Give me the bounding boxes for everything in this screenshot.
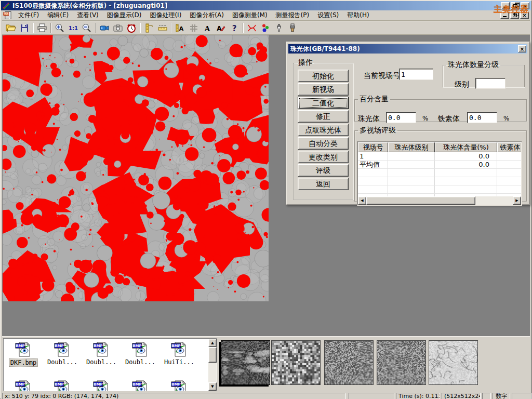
dialog-title-bar[interactable]: 珠光体(GB/T9441-88) ×	[288, 44, 527, 54]
auto-classify-button[interactable]: 自动分类	[298, 137, 349, 150]
menu-help[interactable]: 帮助(H)	[343, 10, 373, 21]
menu-file[interactable]: 文件(F)	[14, 10, 43, 21]
particle-tool-button[interactable]	[259, 22, 272, 34]
timer-button[interactable]	[125, 22, 138, 34]
menu-settings[interactable]: 设置(S)	[313, 10, 343, 21]
correct-button[interactable]: 修正	[298, 110, 349, 123]
file-item-partial[interactable]: BMP	[5, 379, 42, 391]
pearlite-value-input[interactable]	[386, 112, 416, 123]
scroll-down-button[interactable]: ▼	[208, 382, 217, 391]
actual-size-button[interactable]: 1:1	[66, 22, 80, 34]
title-bar[interactable]: IS100显微摄像系统(金相分析版) - [zhuguangti01] × 主奥…	[1, 1, 531, 10]
minimize-icon	[503, 16, 507, 17]
binarize-button[interactable]: 二值化	[298, 97, 349, 109]
thumbnail-4[interactable]	[377, 340, 426, 385]
brush-tool-button[interactable]	[286, 22, 299, 34]
scroll-up-button[interactable]: ▲	[208, 339, 217, 347]
menu-image-analysis[interactable]: 图像分析(A)	[185, 10, 228, 21]
table-horizontal-scrollbar[interactable]: ◀ ▶	[358, 196, 521, 205]
mdi-close-button[interactable]: ×	[520, 11, 529, 19]
mdi-restore-button[interactable]	[510, 11, 519, 19]
current-field-input[interactable]	[399, 69, 433, 80]
application-window: IS100显微摄像系统(金相分析版) - [zhuguangti01] × 主奥…	[0, 0, 532, 399]
zoom-out-button[interactable]	[80, 22, 94, 34]
scroll-left-button[interactable]: ◀	[358, 196, 366, 205]
multifield-group-title: 多视场评级	[358, 126, 397, 135]
video-capture-button[interactable]	[98, 22, 111, 34]
table-row-empty	[358, 169, 521, 177]
file-item-doubl-2[interactable]: BMP Doubl...	[83, 341, 120, 366]
ferrite-value-input[interactable]	[467, 112, 497, 123]
app-logo-icon	[2, 2, 10, 10]
help-button[interactable]: ?	[228, 22, 241, 34]
scrollbar-thumb[interactable]	[366, 196, 475, 205]
pick-pearlite-button[interactable]: 点取珠光体	[298, 124, 349, 136]
bmp-thumbnail-icon: BMP	[131, 341, 149, 357]
return-button[interactable]: 返回	[298, 178, 349, 190]
rate-button[interactable]: 评级	[298, 164, 349, 177]
zoom-in-button[interactable]	[53, 22, 66, 34]
svg-text:DOC: DOC	[3, 13, 9, 16]
bmp-file-icon: BMP	[15, 341, 32, 357]
file-item-partial[interactable]: BMP	[83, 379, 120, 391]
annotate-button[interactable]: A	[214, 22, 228, 34]
thumbnail-5[interactable]	[429, 340, 478, 385]
pen-tool-button[interactable]	[272, 22, 286, 34]
minimize-button[interactable]	[501, 2, 510, 9]
menu-image-processing[interactable]: 图像处理(I)	[145, 10, 185, 21]
file-item-partial[interactable]: BMP	[44, 379, 81, 391]
thumbnail-2[interactable]	[271, 340, 321, 385]
bmp-file-icon: BMP	[92, 379, 110, 391]
bmp-file-icon: BMP	[92, 341, 110, 357]
file-item-partial[interactable]: BMP	[122, 379, 159, 391]
menu-measure-report[interactable]: 测量报告(P)	[272, 10, 314, 21]
file-item-huiti[interactable]: BMP HuiTi...	[161, 341, 198, 366]
restore-button[interactable]	[511, 2, 520, 9]
scrollbar-thumb[interactable]	[208, 347, 217, 363]
open-button[interactable]	[4, 22, 18, 34]
file-item-dkf[interactable]: BMP DKF.bmp	[5, 341, 42, 367]
menu-view[interactable]: 查看(V)	[73, 10, 103, 21]
measure-text-icon: A	[175, 23, 185, 33]
save-button[interactable]	[18, 22, 31, 34]
dialog-close-button[interactable]: ×	[518, 45, 526, 52]
close-button[interactable]: ×	[521, 2, 529, 9]
print-button[interactable]	[35, 22, 49, 34]
menu-image-display[interactable]: 图像显示(D)	[103, 10, 146, 21]
caliper-button[interactable]	[142, 22, 156, 34]
level-input[interactable]	[475, 78, 506, 89]
svg-text:BMP: BMP	[171, 382, 180, 387]
grid-tool-button[interactable]	[187, 22, 201, 34]
file-item-partial[interactable]: BMP	[161, 379, 198, 391]
initialize-button[interactable]: 初始化	[298, 70, 349, 82]
change-category-button[interactable]: 更改类别	[298, 151, 349, 163]
menu-edit[interactable]: 编辑(E)	[43, 10, 73, 21]
table-row[interactable]: 平均值 0.0	[358, 161, 521, 169]
measure-text-button[interactable]: A	[174, 22, 187, 34]
thumbnail-1[interactable]	[221, 340, 270, 385]
ruler-button[interactable]	[156, 22, 169, 34]
thumbnail-3[interactable]	[324, 340, 374, 385]
bmp-file-icon: BMP	[54, 379, 71, 391]
document-icon[interactable]: DOC	[3, 11, 12, 20]
image-size-status: (512x512x24)	[442, 393, 481, 399]
text-tool-button[interactable]: A	[201, 22, 214, 34]
file-browser: BMP DKF.bmp BMP Doubl... BMP Doubl...	[3, 338, 217, 391]
file-list-scrollbar[interactable]: ▲ ▼	[208, 339, 217, 391]
header-pearlite-content: 珠光体含量(%)	[435, 142, 497, 152]
file-item-doubl-1[interactable]: BMP Doubl...	[44, 341, 81, 366]
table-row[interactable]: 1 0.0	[358, 152, 521, 161]
metallographic-image[interactable]	[3, 35, 269, 301]
scroll-right-button[interactable]: ▶	[513, 196, 521, 205]
bmp-thumbnail-icon: BMP	[131, 379, 149, 391]
snapshot-button[interactable]	[111, 22, 125, 34]
new-field-button[interactable]: 新视场	[298, 83, 349, 96]
text-tool-icon: A	[202, 23, 212, 33]
toolbar-separator	[50, 23, 51, 33]
header-ferrite: 铁素体	[497, 142, 522, 152]
curve-tool-button[interactable]	[245, 22, 259, 34]
menu-image-measure[interactable]: 图像测量(M)	[228, 10, 272, 21]
file-item-doubl-3[interactable]: BMP Doubl...	[122, 341, 159, 366]
mdi-minimize-button[interactable]	[500, 11, 509, 19]
svg-text:BMP: BMP	[132, 344, 141, 348]
